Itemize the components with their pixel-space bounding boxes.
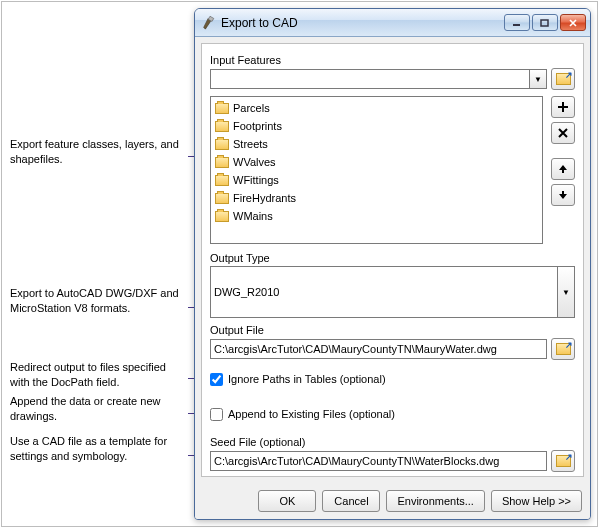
folder-open-icon: ↗: [556, 455, 571, 467]
annotation-text: Redirect output to files specified with …: [10, 361, 166, 388]
append-checkbox[interactable]: [210, 408, 223, 421]
input-features-combo[interactable]: ▼: [210, 69, 547, 89]
move-down-button[interactable]: [551, 184, 575, 206]
list-item-label: Footprints: [233, 120, 282, 132]
output-type-label: Output Type: [210, 252, 575, 264]
cancel-button[interactable]: Cancel: [322, 490, 380, 512]
layer-icon: [215, 193, 229, 204]
annotation-text: Append the data or create new drawings.: [10, 395, 160, 422]
output-file-label: Output File: [210, 324, 575, 336]
chevron-down-icon: ▼: [557, 267, 574, 317]
dialog-footer: OK Cancel Environments... Show Help >>: [195, 483, 590, 519]
close-button[interactable]: [560, 14, 586, 31]
ignore-paths-checkbox[interactable]: [210, 373, 223, 386]
ignore-paths-label: Ignore Paths in Tables (optional): [228, 373, 386, 385]
layer-icon: [215, 103, 229, 114]
list-item-label: Parcels: [233, 102, 270, 114]
folder-open-icon: ↗: [556, 73, 571, 85]
list-item-label: WValves: [233, 156, 276, 168]
move-up-button[interactable]: [551, 158, 575, 180]
append-label: Append to Existing Files (optional): [228, 408, 395, 420]
output-type-combo[interactable]: DWG_R2010 ▼: [210, 266, 575, 318]
layer-icon: [215, 175, 229, 186]
list-item[interactable]: FireHydrants: [213, 189, 540, 207]
layer-icon: [215, 121, 229, 132]
maximize-button[interactable]: [532, 14, 558, 31]
ok-button[interactable]: OK: [258, 490, 316, 512]
output-file-input[interactable]: C:\arcgis\ArcTutor\CAD\MauryCountyTN\Mau…: [210, 339, 547, 359]
titlebar: Export to CAD: [195, 9, 590, 37]
svg-rect-2: [541, 20, 548, 26]
list-item-label: Streets: [233, 138, 268, 150]
seed-file-input[interactable]: C:\arcgis\ArcTutor\CAD\MauryCountyTN\Wat…: [210, 451, 547, 471]
input-features-label: Input Features: [210, 54, 575, 66]
list-item-label: WFittings: [233, 174, 279, 186]
export-to-cad-dialog: Export to CAD Input Features ▼ ↗ Pa: [194, 8, 591, 520]
list-item[interactable]: Footprints: [213, 117, 540, 135]
annotation-text: Use a CAD file as a template for setting…: [10, 435, 167, 462]
layer-icon: [215, 211, 229, 222]
annotation-text: Export feature classes, layers, and shap…: [10, 138, 179, 165]
tool-icon: [201, 16, 215, 30]
browse-output-button[interactable]: ↗: [551, 338, 575, 360]
list-item-label: FireHydrants: [233, 192, 296, 204]
list-item[interactable]: Streets: [213, 135, 540, 153]
seed-file-label: Seed File (optional): [210, 436, 575, 448]
list-item-label: WMains: [233, 210, 273, 222]
layer-icon: [215, 157, 229, 168]
svg-rect-1: [513, 24, 520, 26]
add-button[interactable]: [551, 96, 575, 118]
seed-file-value: C:\arcgis\ArcTutor\CAD\MauryCountyTN\Wat…: [214, 455, 499, 467]
annotation-text: Export to AutoCAD DWG/DXF and MicroStati…: [10, 287, 179, 314]
window-title: Export to CAD: [221, 16, 504, 30]
output-file-value: C:\arcgis\ArcTutor\CAD\MauryCountyTN\Mau…: [214, 343, 497, 355]
show-help-button[interactable]: Show Help >>: [491, 490, 582, 512]
minimize-button[interactable]: [504, 14, 530, 31]
list-item[interactable]: Parcels: [213, 99, 540, 117]
remove-button[interactable]: [551, 122, 575, 144]
output-type-value: DWG_R2010: [214, 286, 279, 298]
chevron-down-icon: ▼: [529, 70, 546, 88]
browse-seed-button[interactable]: ↗: [551, 450, 575, 472]
browse-features-button[interactable]: ↗: [551, 68, 575, 90]
features-listbox[interactable]: ParcelsFootprintsStreetsWValvesWFittings…: [210, 96, 543, 244]
environments-button[interactable]: Environments...: [386, 490, 484, 512]
list-item[interactable]: WFittings: [213, 171, 540, 189]
layer-icon: [215, 139, 229, 150]
list-item[interactable]: WMains: [213, 207, 540, 225]
folder-open-icon: ↗: [556, 343, 571, 355]
list-item[interactable]: WValves: [213, 153, 540, 171]
